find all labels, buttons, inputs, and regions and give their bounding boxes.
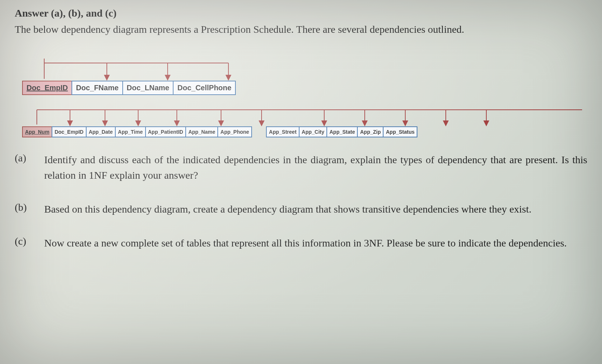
row2-cells: App_Num Doc_EmpID App_Date App_Time App_… [22, 126, 587, 137]
attr-app-phone: App_Phone [217, 126, 252, 137]
question-c: (c) Now create a new complete set of tab… [15, 235, 587, 251]
attr-app-status: App_Status [383, 126, 417, 137]
row2-arrows [22, 106, 597, 126]
question-a-text: Identify and discuss each of the indicat… [44, 152, 587, 183]
attr-app-time: App_Time [115, 126, 146, 137]
question-a: (a) Identify and discuss each of the ind… [15, 152, 587, 183]
attr-app-patientid: App_PatientID [145, 126, 186, 137]
questions: (a) Identify and discuss each of the ind… [15, 152, 587, 251]
attr-doc-cellphone: Doc_CellPhone [173, 81, 236, 95]
attr-doc-empid: Doc_EmpID [52, 126, 87, 137]
row1-cells: Doc_EmpID Doc_FName Doc_LName Doc_CellPh… [22, 81, 587, 95]
question-b-text: Based on this dependency diagram, create… [44, 202, 587, 217]
question-c-label: (c) [15, 235, 44, 247]
attr-app-num-pk: App_Num [22, 126, 52, 137]
question-c-text: Now create a new complete set of tables … [44, 235, 587, 251]
attr-app-name: App_Name [185, 126, 218, 137]
row1-arrows [22, 59, 280, 81]
attr-app-state: App_State [326, 126, 358, 137]
attr-app-zip: App_Zip [357, 126, 384, 137]
question-b: (b) Based on this dependency diagram, cr… [15, 202, 587, 217]
attr-app-city: App_City [299, 126, 327, 137]
attr-doc-empid-pk: Doc_EmpID [22, 81, 72, 95]
attr-doc-lname: Doc_LName [122, 81, 174, 95]
heading: Answer (a), (b), and (c) [15, 7, 587, 19]
attr-doc-fname: Doc_FName [71, 81, 123, 95]
intro-text: The below dependency diagram represents … [15, 22, 587, 36]
question-b-label: (b) [15, 202, 44, 213]
question-a-label: (a) [15, 152, 44, 164]
dependency-diagram: Doc_EmpID Doc_FName Doc_LName Doc_CellPh… [15, 59, 587, 137]
attr-app-street: App_Street [266, 126, 300, 137]
attr-app-date: App_Date [86, 126, 116, 137]
